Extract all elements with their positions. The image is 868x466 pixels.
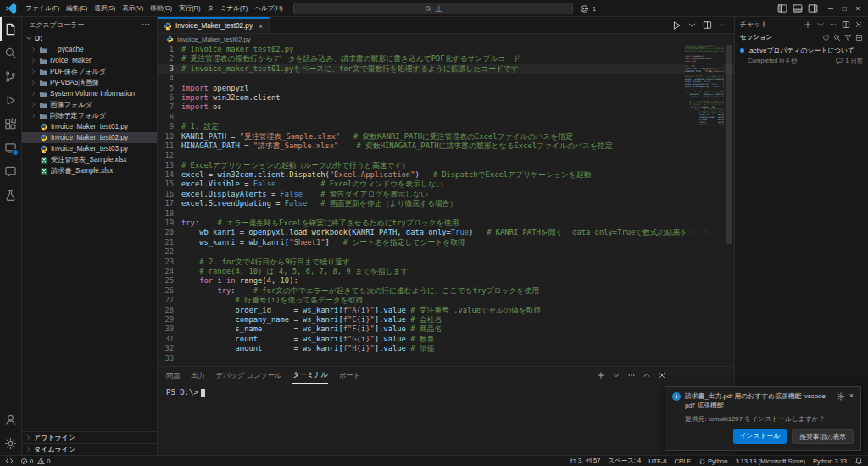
- code-line[interactable]: 28 order_id = ws_kanri[f"A{i}"].value # …: [158, 306, 734, 315]
- code-line[interactable]: 12: [158, 151, 734, 160]
- code-line[interactable]: 30 s_name = ws_kanri[f"F{i}"].value # 商品…: [158, 325, 734, 334]
- code-line[interactable]: 31 count = ws_kanri[f"G{i}"].value # 数量: [158, 335, 734, 344]
- more-icon[interactable]: [829, 20, 837, 29]
- code-line[interactable]: 10KANRI_PATH = "受注管理表_Sample.xlsx" # 変数K…: [158, 132, 734, 141]
- install-button[interactable]: インストール: [733, 429, 787, 444]
- activity-explorer[interactable]: [0, 17, 21, 41]
- activity-account[interactable]: [0, 408, 21, 431]
- code-line[interactable]: 25 for i in range(4, 10):: [158, 276, 734, 286]
- remote-indicator-icon[interactable]: [5, 457, 14, 465]
- code-line[interactable]: 2# 受注管理表の複数行からデータを読み込み、請求書の雛形に書き込んでPDF化す…: [158, 54, 734, 64]
- activity-testing[interactable]: [0, 183, 21, 207]
- menu-編集(E)[interactable]: 編集(E): [63, 4, 91, 13]
- chevron-down-icon[interactable]: [687, 20, 697, 30]
- code-line[interactable]: 8: [158, 113, 734, 122]
- code-line[interactable]: 26 try: # for文の中でエラーが起きても次の行に進むように、ここでもt…: [158, 286, 734, 296]
- tree-item[interactable]: 受注管理表_Sample.xlsx: [22, 154, 157, 165]
- search-icon[interactable]: [833, 34, 841, 42]
- status-スペース: 4[interactable]: スペース: 4: [608, 457, 641, 465]
- panel-tab-問題[interactable]: 問題: [166, 367, 180, 384]
- close-icon[interactable]: [854, 20, 863, 29]
- code-editor[interactable]: 1# invoice_maker_test02.py2# 受注管理表の複数行から…: [158, 45, 734, 366]
- code-line[interactable]: 7import os: [158, 103, 734, 112]
- status-3.13.13 (Microsoft Store)[interactable]: 3.13.13 (Microsoft Store): [735, 458, 805, 465]
- menu-移動(G)[interactable]: 移動(G): [147, 4, 175, 13]
- code-line[interactable]: 13# Excelアプリケーションの起動（ループの外で行うと高速です）: [158, 161, 734, 170]
- code-line[interactable]: 16excel.DisplayAlerts = False # 警告ダイアログを…: [158, 190, 734, 199]
- panel-tab-ターミナル[interactable]: ターミナル: [292, 367, 328, 384]
- activity-settings[interactable]: [0, 431, 21, 455]
- status-Python[interactable]: {}Python: [698, 458, 727, 465]
- chevron-up-icon[interactable]: [643, 371, 651, 380]
- code-line[interactable]: 29 company_name = ws_kanri[f"C{i}"].valu…: [158, 315, 734, 325]
- tab-close-icon[interactable]: ×: [259, 22, 263, 31]
- code-line[interactable]: 6import win32com.client: [158, 93, 734, 103]
- tree-item[interactable]: Invoice_Maker_test02.py: [22, 132, 157, 143]
- code-line[interactable]: 23 # 2. for文で4行目から9行目まで繰り返す: [158, 258, 734, 267]
- problems-indicator[interactable]: 0 0: [20, 458, 50, 465]
- code-line[interactable]: 15excel.Visible = False # Excelのウィンドウを表示…: [158, 180, 734, 189]
- activity-chat[interactable]: [0, 159, 21, 183]
- panel-tab-ポート[interactable]: ポート: [339, 367, 360, 384]
- code-line[interactable]: 14excel = win32com.client.Dispatch("Exce…: [158, 170, 734, 180]
- close-icon[interactable]: [658, 371, 666, 380]
- layout-secondary-icon[interactable]: [808, 3, 818, 14]
- bell-icon[interactable]: [854, 457, 863, 465]
- tree-item[interactable]: 請求書_Sample.xlsx: [22, 165, 157, 176]
- activity-remote-explorer[interactable]: [0, 136, 21, 159]
- code-line[interactable]: 27 # 行番号(i)を使って各データを取得: [158, 296, 734, 305]
- activity-search[interactable]: [0, 41, 21, 64]
- code-line[interactable]: 20 wb_kanri = openpyxl.load_workbook(KAN…: [158, 228, 734, 237]
- activity-run-debug[interactable]: [0, 88, 21, 112]
- code-line[interactable]: 18: [158, 209, 734, 219]
- tree-item[interactable]: PDF保存フォルダ: [22, 66, 157, 77]
- code-line[interactable]: 1# invoice_maker_test02.py: [158, 45, 734, 54]
- code-line[interactable]: 19try: # エラー発生時もExcelを確実に終了させるためにtryブロック…: [158, 219, 734, 228]
- split-icon[interactable]: [842, 20, 850, 29]
- code-line[interactable]: 3# invoice_maker_test01.pyをベースに、for文で複数行…: [158, 64, 734, 74]
- code-line[interactable]: 9# 1. 設定: [158, 122, 734, 131]
- code-line[interactable]: 32 amount = ws_kanri[f"H{i}"].value # 単価: [158, 344, 734, 353]
- code-line[interactable]: 17excel.ScreenUpdating = False # 画面更新を停止…: [158, 199, 734, 208]
- panel-tab-デバッグ コンソール[interactable]: デバッグ コンソール: [216, 367, 282, 384]
- panel-tab-出力[interactable]: 出力: [191, 367, 204, 384]
- plus-icon[interactable]: [597, 371, 605, 380]
- tree-root[interactable]: D:: [22, 32, 157, 44]
- code-line[interactable]: 5import openpyxl: [158, 84, 734, 93]
- minimap[interactable]: # invoice_maker_test02.py# 受注管理表の複数行からデー…: [685, 45, 724, 366]
- activity-source-control[interactable]: [0, 64, 21, 88]
- section-アウトライン[interactable]: アウトライン: [22, 431, 157, 443]
- editor-scrollbar[interactable]: [724, 45, 734, 366]
- menu-表示(V)[interactable]: 表示(V): [119, 4, 147, 13]
- tree-item[interactable]: 画像フォルダ: [22, 99, 157, 110]
- status-行 3, 列 57[interactable]: 行 3, 列 57: [570, 457, 600, 465]
- editor-tab-active[interactable]: Invoice_Maker_test02.py ×: [158, 17, 270, 33]
- filter-icon[interactable]: [844, 34, 852, 42]
- tree-item[interactable]: Invoice_Maker_test03.py: [22, 143, 157, 154]
- menu-ヘルプ(H)[interactable]: ヘルプ(H): [251, 4, 286, 13]
- code-line[interactable]: 4: [158, 74, 734, 83]
- close-icon[interactable]: ×: [849, 392, 854, 401]
- sidebar-more-icon[interactable]: ···: [142, 20, 150, 29]
- gear-icon[interactable]: [837, 392, 845, 401]
- chat-session-item[interactable]: .activeプロパティのシートについて Completed in 4 秒. 1…: [735, 43, 868, 68]
- close-window-button[interactable]: ×: [851, 4, 865, 13]
- menu-ターミナル(T)[interactable]: ターミナル(T): [204, 4, 252, 13]
- tree-item[interactable]: System Volume Information: [22, 88, 157, 99]
- scrollbar-thumb[interactable]: [726, 45, 732, 244]
- menu-実行(R)[interactable]: 実行(R): [175, 4, 203, 13]
- copilot-icon[interactable]: [580, 4, 589, 14]
- command-center[interactable]: 止: [293, 3, 573, 14]
- more-icon[interactable]: [718, 20, 727, 30]
- section-タイムライン[interactable]: タイムライン: [22, 443, 157, 455]
- split-icon[interactable]: [703, 20, 712, 30]
- code-line[interactable]: 33: [158, 354, 734, 363]
- collapse-all-icon[interactable]: [855, 34, 863, 42]
- status-Python 3.13[interactable]: Python 3.13: [813, 458, 847, 465]
- menu-選択(S)[interactable]: 選択(S): [91, 4, 119, 13]
- maximize-button[interactable]: □: [837, 4, 851, 13]
- breadcrumb[interactable]: Invoice_Maker_test02.py: [158, 34, 734, 45]
- refresh-icon[interactable]: [822, 34, 830, 42]
- chevron-down-icon[interactable]: [612, 371, 620, 380]
- status-UTF-8[interactable]: UTF-8: [648, 458, 666, 465]
